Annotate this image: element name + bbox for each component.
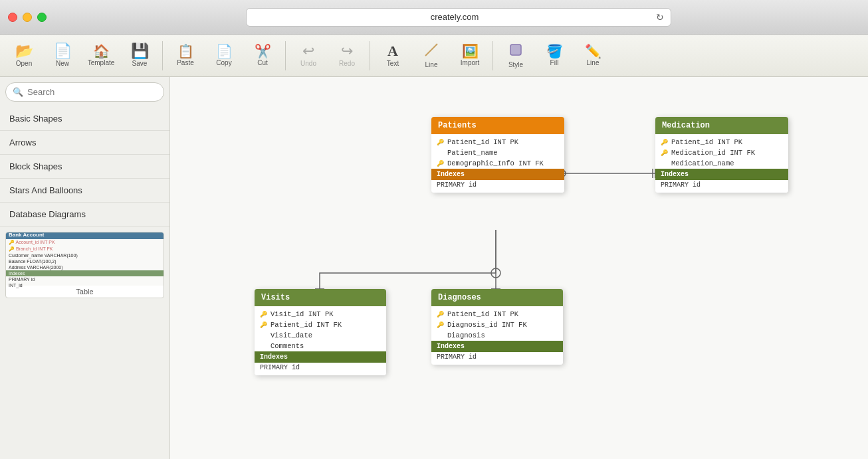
new-label: New: [56, 60, 69, 67]
undo-button[interactable]: ↩ Undo: [290, 37, 327, 74]
index-row: PRIMARY id: [255, 363, 386, 373]
row-text: Visit_id INT PK: [271, 310, 334, 318]
index-row: PRIMARY id: [431, 352, 563, 362]
sidebar-item-database-diagrams[interactable]: Database Diagrams: [0, 203, 169, 227]
table-row: 🔑 Medication_id INT FK: [655, 147, 788, 158]
url-bar[interactable]: creately.com ↻: [246, 8, 671, 27]
undo-icon: ↩: [302, 44, 314, 58]
line-label: Line: [425, 61, 438, 68]
fill-label: Fill: [550, 59, 559, 66]
preview-header: Bank Account: [6, 232, 163, 239]
svg-point-7: [491, 268, 500, 278]
text-label: Text: [387, 60, 399, 67]
key-icon: 🔑: [437, 139, 445, 146]
line2-label: Line: [587, 59, 599, 66]
open-label: Open: [16, 60, 32, 67]
row-text: Medication_name: [671, 159, 734, 167]
pen-icon: ✏️: [585, 45, 601, 58]
line2-button[interactable]: ✏️ Line: [574, 37, 611, 74]
table-row: 🔑 Demographic_Info INT FK: [431, 158, 564, 169]
visits-header: Visits: [255, 289, 386, 306]
preview-row: 🔑 Branch_id INT FK: [6, 246, 163, 252]
close-button[interactable]: [8, 13, 17, 22]
text-button[interactable]: A Text: [374, 37, 411, 74]
divider-4: [492, 41, 493, 70]
row-text: Demographic_Info INT FK: [447, 159, 544, 167]
new-button[interactable]: 📄 New: [44, 37, 81, 74]
sidebar-item-arrows[interactable]: Arrows: [0, 131, 169, 155]
minimize-button[interactable]: [23, 13, 32, 22]
row-text: Patient_id INT PK: [447, 138, 518, 146]
copy-button[interactable]: 📄 Copy: [205, 37, 243, 74]
indexes-header: Indexes: [255, 351, 386, 363]
copy-label: Copy: [216, 59, 231, 66]
row-text: Diagnosis_id INT FK: [447, 321, 527, 329]
key-icon: 🔑: [661, 149, 669, 157]
toolbar: 📂 Open 📄 New 🏠 Template 💾 Save 📋 Paste 📄…: [0, 35, 868, 77]
indexes-header: Indexes: [431, 341, 563, 352]
row-text: Patient_id INT PK: [447, 310, 518, 318]
save-button[interactable]: 💾 Save: [121, 37, 158, 74]
search-icon: 🔍: [13, 87, 23, 97]
paste-icon: 📋: [177, 45, 194, 58]
folder-icon: 📂: [15, 44, 33, 58]
line-button[interactable]: Line: [413, 37, 450, 74]
search-bar[interactable]: 🔍: [5, 82, 164, 102]
sidebar-item-block-shapes[interactable]: Block Shapes: [0, 155, 169, 179]
maximize-button[interactable]: [37, 13, 47, 22]
style-icon: [508, 43, 523, 60]
diagnoses-body: 🔑 Patient_id INT PK 🔑 Diagnosis_id INT F…: [431, 306, 563, 365]
import-button[interactable]: 🖼️ Import: [451, 37, 488, 74]
row-text: Patient_name: [447, 149, 498, 157]
patients-header: Patients: [431, 117, 564, 134]
visits-table[interactable]: Visits 🔑 Visit_id INT PK 🔑 Patient_id IN…: [255, 289, 386, 375]
paste-button[interactable]: 📋 Paste: [167, 37, 204, 74]
redo-button[interactable]: ↪ Redo: [328, 37, 366, 74]
row-text: Visit_date: [271, 331, 312, 339]
sidebar-item-basic-shapes[interactable]: Basic Shapes: [0, 107, 169, 131]
open-button[interactable]: 📂 Open: [5, 37, 43, 74]
line-icon: [424, 43, 439, 60]
cut-button[interactable]: ✂️ Cut: [244, 37, 281, 74]
canvas[interactable]: Patients 🔑 Patient_id INT PK Patient_nam…: [170, 77, 868, 459]
table-row: 🔑 Patient_id INT PK: [655, 137, 788, 147]
template-button[interactable]: 🏠 Template: [82, 37, 120, 74]
diagnoses-header: Diagnoses: [431, 289, 563, 306]
search-input[interactable]: [27, 87, 157, 97]
preview-row: Balance FLOAT(100,2): [6, 258, 163, 264]
table-preview: Bank Account 🔑 Account_id INT PK 🔑 Branc…: [6, 232, 163, 288]
table-row: Comments: [255, 341, 386, 351]
style-button[interactable]: Style: [497, 37, 534, 74]
preview-row: Customer_name VARCHAR(100): [6, 252, 163, 258]
template-icon: 🏠: [93, 45, 110, 58]
shape-preview-table[interactable]: Bank Account 🔑 Account_id INT PK 🔑 Branc…: [5, 232, 164, 298]
key-icon: 🔑: [437, 321, 445, 329]
medication-table[interactable]: Medication 🔑 Patient_id INT PK 🔑 Medicat…: [655, 117, 788, 193]
patients-table[interactable]: Patients 🔑 Patient_id INT PK Patient_nam…: [431, 117, 564, 193]
index-row: PRIMARY id: [431, 180, 564, 190]
preview-row: Address VARCHAR(2000): [6, 264, 163, 270]
titlebar: creately.com ↻: [0, 0, 868, 35]
sidebar: 🔍 Basic Shapes Arrows Block Shapes Stars…: [0, 77, 170, 459]
text-icon: A: [387, 44, 398, 58]
fill-button[interactable]: 🪣 Fill: [536, 37, 573, 74]
row-text: Patient_id INT FK: [271, 321, 342, 329]
template-label: Template: [88, 59, 115, 66]
url-text: creately.com: [253, 12, 656, 22]
reload-button[interactable]: ↻: [656, 12, 664, 23]
visits-body: 🔑 Visit_id INT PK 🔑 Patient_id INT FK Vi…: [255, 306, 386, 375]
sidebar-item-stars-balloons[interactable]: Stars And Balloons: [0, 179, 169, 203]
import-icon: 🖼️: [462, 45, 479, 58]
medication-header: Medication: [655, 117, 788, 134]
diagnoses-table[interactable]: Diagnoses 🔑 Patient_id INT PK 🔑 Diagnosi…: [431, 289, 563, 365]
key-icon: 🔑: [661, 139, 669, 146]
table-row: Diagnosis: [431, 330, 563, 341]
table-row: Visit_date: [255, 330, 386, 341]
shape-preview-inner: Bank Account 🔑 Account_id INT PK 🔑 Branc…: [6, 232, 163, 286]
redo-icon: ↪: [341, 44, 353, 58]
redo-label: Redo: [339, 60, 355, 67]
save-label: Save: [132, 60, 148, 67]
table-row: 🔑 Patient_id INT PK: [431, 309, 563, 320]
table-row: 🔑 Patient_id INT FK: [255, 320, 386, 330]
key-icon: 🔑: [260, 311, 268, 318]
